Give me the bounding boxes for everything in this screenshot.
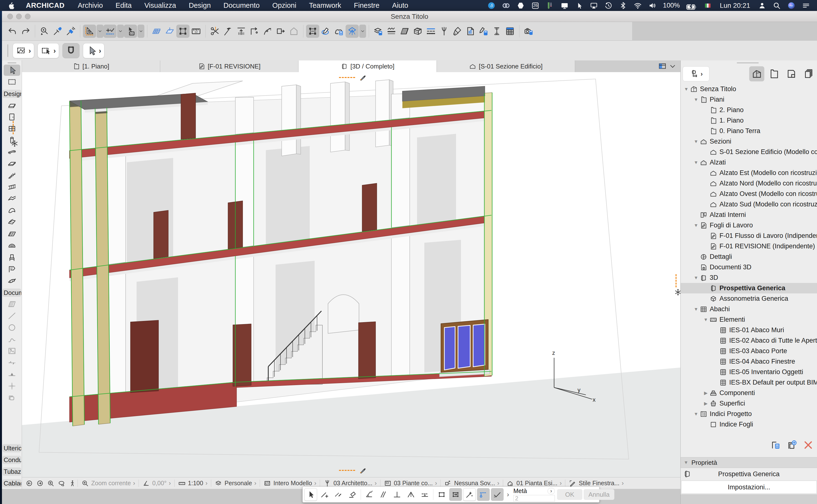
measure-button[interactable]: 12 <box>189 25 203 38</box>
cancel-button[interactable]: Annulla <box>584 489 614 500</box>
creative-cloud-menu-icon[interactable] <box>502 1 510 10</box>
guide-line-widget-top[interactable] <box>339 74 367 81</box>
guide-knife-icon[interactable] <box>359 466 367 474</box>
delete-button[interactable] <box>803 440 814 450</box>
toolbox-tool-roof[interactable] <box>4 193 20 204</box>
tree-item[interactable]: ▼Alzati <box>681 157 817 168</box>
toolbox-section-cablagg[interactable]: Cablagg <box>2 479 21 487</box>
time-machine-menu-icon[interactable] <box>604 1 613 10</box>
disclosure-triangle-icon[interactable]: ▼ <box>692 139 700 144</box>
toolbox-tool-morph[interactable] <box>4 240 20 251</box>
toolbox-section-docume[interactable]: Docume <box>2 289 21 297</box>
marquee-nodes-button[interactable]: › <box>13 43 34 58</box>
markup-button[interactable] <box>477 25 490 38</box>
3d-viewport[interactable]: z y x <box>22 72 680 477</box>
guide-lines-dropdown[interactable] <box>97 25 103 38</box>
marquee-edit-button[interactable] <box>306 25 319 38</box>
toolbox-tool-detail-marker[interactable] <box>4 380 20 392</box>
display-menu-icon[interactable] <box>561 1 569 10</box>
menu-item-opzioni[interactable]: Opzioni <box>272 1 296 10</box>
tree-item[interactable]: ▼Indici Progetto <box>681 409 817 419</box>
apple-menu[interactable] <box>7 1 15 10</box>
guide-edge-handle-right[interactable] <box>676 274 677 287</box>
tree-item[interactable]: IES-BX Default per output BIMx <box>681 377 817 388</box>
ok-button[interactable]: OK <box>557 489 582 500</box>
tree-item[interactable]: 1. Piano <box>681 115 817 126</box>
intersect-button[interactable] <box>248 25 261 38</box>
toolbox-tool-elevation-marker[interactable] <box>4 369 20 380</box>
disclosure-triangle-icon[interactable]: ▼ <box>692 160 700 165</box>
profiles-button[interactable] <box>490 25 503 38</box>
tree-item[interactable]: ▼3D <box>681 272 817 283</box>
disclosure-triangle-icon[interactable]: ▼ <box>692 223 700 228</box>
toolbox-section-tubazio[interactable]: Tubazio <box>2 467 21 476</box>
find-select-button[interactable] <box>38 25 51 38</box>
tree-item[interactable]: 2. Piano <box>681 105 817 115</box>
tree-item[interactable]: ▼Piani <box>681 94 817 105</box>
airplay-menu-icon[interactable] <box>590 1 598 10</box>
disclosure-triangle-icon[interactable]: ▼ <box>692 97 700 102</box>
tree-item[interactable]: ▶Superfici <box>681 398 817 409</box>
toolbox-section-condutt[interactable]: Condutt <box>2 456 21 464</box>
disclosure-triangle-icon[interactable]: ▶ <box>702 401 709 406</box>
toolbox-tool-slab[interactable] <box>4 158 20 169</box>
frame-stretch-button[interactable] <box>449 488 462 501</box>
bluetooth-menu-icon[interactable] <box>619 1 627 10</box>
tree-item[interactable]: ▼Sezioni <box>681 136 817 147</box>
tree-item[interactable]: Prospettiva Generica <box>681 283 817 293</box>
magnet-button[interactable] <box>62 43 79 58</box>
tab--1-piano-[interactable]: [1. Piano] <box>22 60 160 72</box>
toolbox-tool-polyline[interactable] <box>4 334 20 345</box>
editing-plane-button[interactable] <box>163 25 176 38</box>
pens-button[interactable] <box>438 25 451 38</box>
view-map-button[interactable] <box>766 66 781 81</box>
guide-line-widget-bottom[interactable] <box>339 466 367 474</box>
roof-tool-button[interactable] <box>287 25 300 38</box>
disclosure-triangle-icon[interactable]: ▶ <box>702 390 709 396</box>
toolbox-tool-line[interactable] <box>4 310 20 321</box>
toolbox-grip[interactable] <box>8 62 16 63</box>
properties-header[interactable]: ▼ Proprietà <box>681 457 817 468</box>
inject-params-button[interactable] <box>64 25 77 38</box>
resize-button[interactable] <box>274 25 287 38</box>
toolbox-section-design[interactable]: Design <box>2 90 21 98</box>
disclosure-triangle-icon[interactable]: ▼ <box>692 275 700 281</box>
user-menu-icon[interactable] <box>758 1 766 10</box>
snap-guides-dropdown[interactable] <box>117 25 124 38</box>
nav-back-button[interactable] <box>24 478 35 488</box>
menu-item-edita[interactable]: Edita <box>116 1 132 10</box>
explore-button[interactable] <box>67 478 78 488</box>
menu-item-archivio[interactable]: Archivio <box>78 1 103 10</box>
con-angle-button[interactable] <box>363 488 375 501</box>
layers-button[interactable] <box>372 25 385 38</box>
split-button[interactable] <box>221 25 235 38</box>
wand-button[interactable] <box>463 488 476 501</box>
surfaces-button[interactable] <box>451 25 464 38</box>
con-bisect-button[interactable] <box>404 488 417 501</box>
tab--f-01-revisione-[interactable]: [F-01 REVISIONE] <box>160 60 298 72</box>
calculate-button[interactable] <box>332 25 345 38</box>
wifi-menu-icon[interactable] <box>634 1 642 10</box>
tree-item[interactable]: F-01 Flusso di Lavoro (Indipendente) <box>681 231 817 241</box>
statusbar-drawing-frame[interactable]: 03 Piante co...› <box>380 479 441 487</box>
nav-forward-button[interactable] <box>35 478 45 488</box>
undo-button[interactable] <box>6 25 19 38</box>
disclosure-triangle-icon[interactable]: ▼ <box>692 307 700 312</box>
toolbox-tool-fill[interactable] <box>4 299 20 310</box>
cutaway-3d-button[interactable] <box>345 25 359 38</box>
tree-item[interactable]: S-01 Sezione Edificio (Modello con ricos… <box>681 147 817 157</box>
statusbar-model-filter[interactable]: Intero Modello› <box>260 479 320 487</box>
camera-button[interactable] <box>522 25 535 38</box>
toolbox-tool-camera-marker[interactable] <box>4 392 20 403</box>
settings-button[interactable]: Impostazioni... <box>681 481 817 494</box>
menu-item-visualizza[interactable]: Visualizza <box>144 1 176 10</box>
toolbox-tool-section-marker[interactable] <box>4 357 20 368</box>
layout-book-button[interactable] <box>783 66 798 81</box>
minimize-window-button[interactable] <box>16 14 22 19</box>
schedules-button[interactable] <box>503 25 517 38</box>
tree-item[interactable]: Alzato Sud (Modello con ricostruzione au <box>681 199 817 210</box>
tracker-xy-button[interactable]: XY: <box>124 25 137 38</box>
frame-move-button[interactable] <box>435 488 448 501</box>
cursor-menu-icon[interactable] <box>575 1 583 10</box>
tree-item[interactable]: Indice Fogli <box>681 419 817 430</box>
